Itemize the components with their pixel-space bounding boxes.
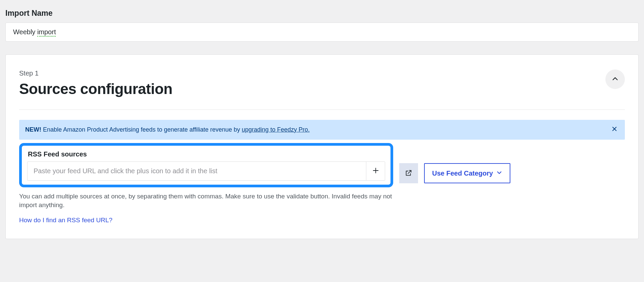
panel-title: Sources configuration: [19, 81, 172, 97]
chevron-up-icon: [611, 75, 619, 84]
feed-sources-label: RSS Feed sources: [28, 150, 385, 158]
add-feed-button[interactable]: [366, 162, 385, 180]
external-link-icon: [405, 169, 412, 178]
divider: [19, 109, 625, 110]
use-feed-category-label: Use Feed Category: [432, 170, 493, 177]
import-name-input[interactable]: Weebly import: [5, 22, 639, 42]
close-icon: [611, 127, 617, 133]
upgrade-link[interactable]: upgrading to Feedzy Pro.: [242, 126, 310, 133]
validate-feed-button[interactable]: [399, 163, 418, 183]
feed-input-row: [27, 161, 385, 181]
find-rss-help-link[interactable]: How do I find an RSS feed URL?: [19, 217, 112, 224]
collapse-panel-button[interactable]: [605, 69, 625, 89]
import-name-value-spell: import: [37, 28, 56, 37]
sources-config-panel: Step 1 Sources configuration NEW! Enable…: [5, 54, 639, 239]
feed-url-input[interactable]: [28, 162, 366, 180]
chevron-down-icon: [496, 170, 502, 177]
notice-badge: NEW!: [25, 126, 41, 133]
step-label: Step 1: [19, 69, 172, 77]
import-name-value-pre: Weebly: [13, 28, 37, 36]
feed-sources-highlight: RSS Feed sources: [19, 143, 393, 187]
feed-help-text: You can add multiple sources at once, by…: [19, 192, 405, 209]
plus-icon: [372, 167, 379, 175]
use-feed-category-button[interactable]: Use Feed Category: [424, 163, 510, 183]
import-name-label: Import Name: [5, 9, 639, 18]
dismiss-notice-button[interactable]: [610, 125, 619, 135]
notice-text: Enable Amazon Product Advertising feeds …: [41, 126, 242, 133]
upgrade-notice: NEW! Enable Amazon Product Advertising f…: [19, 120, 625, 140]
